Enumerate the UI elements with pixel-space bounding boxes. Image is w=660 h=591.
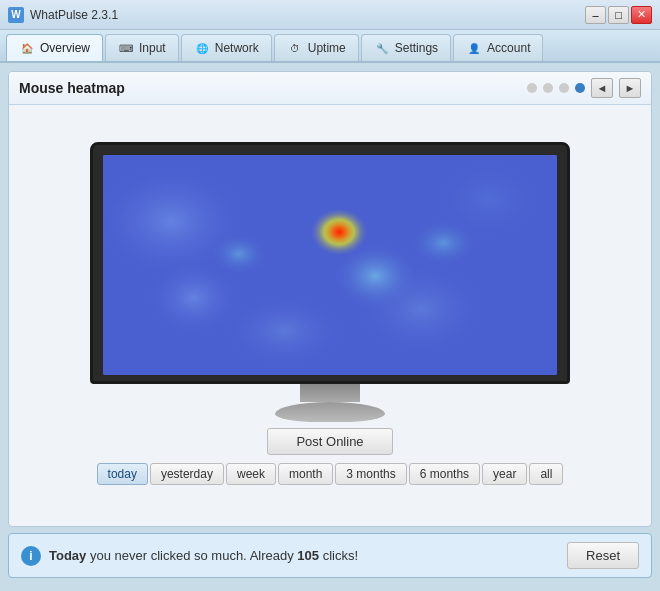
tab-account-label: Account — [487, 41, 530, 55]
info-icon: i — [21, 546, 41, 566]
input-icon: ⌨ — [118, 40, 134, 56]
tab-account[interactable]: 👤 Account — [453, 34, 543, 61]
tab-overview-label: Overview — [40, 41, 90, 55]
heatmap-visualization — [103, 155, 557, 375]
window-controls: – □ ✕ — [585, 6, 652, 24]
heatmap-dot-1 — [527, 83, 537, 93]
monitor — [90, 142, 570, 422]
close-button[interactable]: ✕ — [631, 6, 652, 24]
heatmap-next-button[interactable]: ► — [619, 78, 641, 98]
tab-uptime[interactable]: ⏱ Uptime — [274, 34, 359, 61]
status-text-content: Today you never clicked so much. Already… — [49, 548, 358, 563]
heatmap-header-controls: ◄ ► — [527, 78, 641, 98]
time-filter-year[interactable]: year — [482, 463, 527, 485]
title-bar: W WhatPulse 2.3.1 – □ ✕ — [0, 0, 660, 30]
status-suffix: clicks! — [319, 548, 358, 563]
svg-point-7 — [409, 218, 479, 268]
settings-icon: 🔧 — [374, 40, 390, 56]
status-today-bold: Today — [49, 548, 86, 563]
heatmap-prev-button[interactable]: ◄ — [591, 78, 613, 98]
title-bar-left: W WhatPulse 2.3.1 — [8, 7, 118, 23]
tab-overview[interactable]: 🏠 Overview — [6, 34, 103, 61]
window-title: WhatPulse 2.3.1 — [30, 8, 118, 22]
status-clicks-count: 105 — [297, 548, 319, 563]
network-icon: 🌐 — [194, 40, 210, 56]
account-icon: 👤 — [466, 40, 482, 56]
time-filter-yesterday[interactable]: yesterday — [150, 463, 224, 485]
svg-point-9 — [309, 207, 369, 257]
tab-input-label: Input — [139, 41, 166, 55]
time-filter-6months[interactable]: 6 months — [409, 463, 480, 485]
tab-network-label: Network — [215, 41, 259, 55]
monitor-outer — [90, 142, 570, 384]
post-btn-area: Post Online — [267, 428, 392, 455]
time-filter-week[interactable]: week — [226, 463, 276, 485]
tab-network[interactable]: 🌐 Network — [181, 34, 272, 61]
reset-button[interactable]: Reset — [567, 542, 639, 569]
tab-input[interactable]: ⌨ Input — [105, 34, 179, 61]
uptime-icon: ⏱ — [287, 40, 303, 56]
monitor-area: Post Online today yesterday week month 3… — [9, 105, 651, 526]
maximize-button[interactable]: □ — [608, 6, 629, 24]
time-filters: today yesterday week month 3 months 6 mo… — [97, 459, 564, 489]
post-online-button[interactable]: Post Online — [267, 428, 392, 455]
heatmap-dot-3 — [559, 83, 569, 93]
tab-bar: 🏠 Overview ⌨ Input 🌐 Network ⏱ Uptime 🔧 … — [0, 30, 660, 63]
monitor-stand-neck — [300, 384, 360, 402]
time-filter-3months[interactable]: 3 months — [335, 463, 406, 485]
monitor-stand-base — [275, 402, 385, 422]
tab-uptime-label: Uptime — [308, 41, 346, 55]
minimize-button[interactable]: – — [585, 6, 606, 24]
monitor-screen — [103, 155, 557, 375]
time-filter-all[interactable]: all — [529, 463, 563, 485]
time-filter-today[interactable]: today — [97, 463, 148, 485]
svg-point-8 — [209, 232, 269, 276]
tab-settings-label: Settings — [395, 41, 438, 55]
status-message: i Today you never clicked so much. Alrea… — [21, 546, 358, 566]
heatmap-dot-2 — [543, 83, 553, 93]
overview-icon: 🏠 — [19, 40, 35, 56]
time-filter-month[interactable]: month — [278, 463, 333, 485]
tab-settings[interactable]: 🔧 Settings — [361, 34, 451, 61]
heatmap-dot-4 — [575, 83, 585, 93]
heatmap-title: Mouse heatmap — [19, 80, 125, 96]
heatmap-header: Mouse heatmap ◄ ► — [9, 72, 651, 105]
heatmap-card: Mouse heatmap ◄ ► — [8, 71, 652, 527]
status-bar: i Today you never clicked so much. Alrea… — [8, 533, 652, 578]
status-mid: you never clicked so much. Already — [86, 548, 297, 563]
main-content: Mouse heatmap ◄ ► — [0, 63, 660, 586]
app-icon: W — [8, 7, 24, 23]
